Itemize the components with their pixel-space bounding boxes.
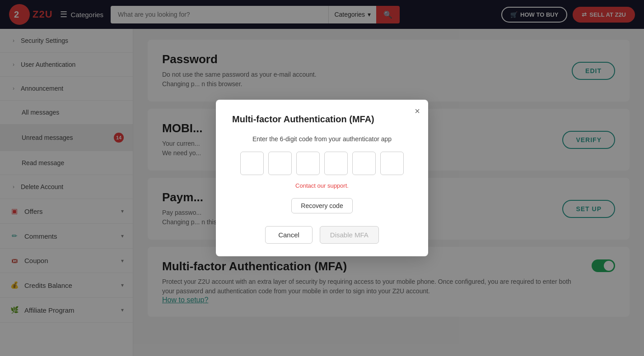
otp-input-6[interactable] [380,152,404,175]
modal-overlay[interactable]: Multi-factor Authentication (MFA) × Ente… [0,0,644,356]
otp-input-1[interactable] [240,152,264,175]
otp-inputs [232,152,412,175]
recovery-code-button[interactable]: Recovery code [291,198,352,213]
otp-input-4[interactable] [324,152,348,175]
otp-input-2[interactable] [268,152,292,175]
otp-input-5[interactable] [352,152,376,175]
modal-actions: Cancel Disable MFA [232,226,412,244]
contact-support-link[interactable]: Contact our support. [232,182,412,189]
otp-input-3[interactable] [296,152,320,175]
mfa-modal: Multi-factor Authentication (MFA) × Ente… [216,100,428,256]
modal-close-button[interactable]: × [415,106,420,116]
modal-instruction: Enter the 6-digit code from your authent… [232,135,412,143]
cancel-button[interactable]: Cancel [265,226,313,244]
modal-title: Multi-factor Authentication (MFA) [232,114,412,125]
disable-mfa-button[interactable]: Disable MFA [320,226,379,244]
